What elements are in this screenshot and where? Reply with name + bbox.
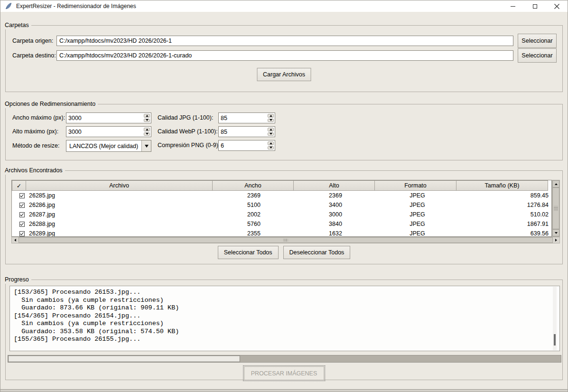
progress-log[interactable]: [153/365] Procesando 26153.jpg... Sin ca… bbox=[9, 286, 560, 351]
row-format: JPEG bbox=[376, 221, 458, 227]
origin-folder-label: Carpeta origen: bbox=[12, 36, 53, 46]
column-header-file[interactable]: Archivo bbox=[26, 180, 213, 191]
jpg-quality-input[interactable] bbox=[219, 113, 267, 123]
webp-quality-spinbox[interactable] bbox=[218, 126, 275, 137]
resize-method-value: LANCZOS (Mejor calidad) bbox=[66, 140, 141, 151]
row-format: JPEG bbox=[376, 192, 458, 199]
files-table-body: 26285.jpg 2369 2369 JPEG 859.45 26286.jp… bbox=[12, 191, 551, 237]
table-vertical-scrollbar[interactable] bbox=[552, 180, 560, 237]
row-check-cell bbox=[12, 212, 26, 217]
selection-buttons: Seleccionar Todos Deseleccionar Todos bbox=[6, 246, 562, 259]
row-size: 859.45 bbox=[458, 192, 550, 199]
jpg-quality-spinbox[interactable] bbox=[218, 112, 275, 123]
scroll-up-icon[interactable] bbox=[552, 180, 559, 187]
spin-up-icon[interactable] bbox=[144, 128, 150, 131]
log-line: Guardado: 353.58 KB (original: 574.50 KB… bbox=[14, 328, 556, 336]
column-header-size[interactable]: Tamaño (KB) bbox=[456, 180, 548, 191]
progress-section-title: Progreso bbox=[5, 276, 31, 284]
origin-folder-input[interactable] bbox=[56, 36, 513, 46]
app-feather-icon bbox=[5, 2, 12, 10]
select-all-button[interactable]: Seleccionar Todos bbox=[218, 246, 279, 259]
scroll-right-icon[interactable] bbox=[553, 237, 559, 243]
row-height: 3000 bbox=[295, 211, 376, 218]
max-width-input[interactable] bbox=[66, 113, 143, 123]
max-height-spin-buttons bbox=[143, 127, 151, 137]
spin-down-icon[interactable] bbox=[268, 119, 274, 122]
minimize-button[interactable] bbox=[502, 0, 524, 12]
resize-method-label: Método de resize: bbox=[12, 140, 59, 152]
png-compression-spinbox[interactable] bbox=[218, 140, 275, 151]
progress-bar-fill bbox=[8, 355, 240, 362]
max-height-spinbox[interactable] bbox=[66, 126, 151, 137]
row-check-cell bbox=[12, 222, 26, 227]
row-width: 2002 bbox=[213, 211, 295, 218]
files-table-main: ✓ Archivo Ancho Alto Formato Tamaño (KB)… bbox=[11, 180, 552, 237]
webp-quality-spin-buttons bbox=[267, 127, 275, 137]
max-height-label: Alto máximo (px): bbox=[12, 126, 58, 137]
log-line: Guardado: 873.66 KB (original: 909.11 KB… bbox=[14, 304, 556, 312]
checkbox-checked-icon[interactable] bbox=[19, 231, 25, 236]
webp-quality-input[interactable] bbox=[219, 127, 267, 137]
spin-up-icon[interactable] bbox=[268, 141, 274, 145]
column-header-height[interactable]: Alto bbox=[293, 180, 375, 191]
table-row[interactable]: 26289.jpg 2355 1632 JPEG 639.56 bbox=[12, 229, 551, 237]
spin-up-icon[interactable] bbox=[144, 114, 150, 118]
deselect-all-button[interactable]: Deseleccionar Todos bbox=[283, 246, 351, 259]
spin-down-icon[interactable] bbox=[268, 132, 274, 136]
row-size: 639.56 bbox=[458, 230, 550, 237]
checkbox-checked-icon[interactable] bbox=[19, 193, 25, 198]
png-compression-input[interactable] bbox=[219, 140, 267, 150]
spin-down-icon[interactable] bbox=[268, 146, 274, 150]
progress-bar bbox=[8, 355, 561, 363]
vertical-scroll-thumb[interactable] bbox=[552, 187, 559, 229]
spin-up-icon[interactable] bbox=[268, 114, 274, 118]
png-compression-spin-buttons bbox=[267, 140, 275, 150]
table-horizontal-scrollbar[interactable] bbox=[11, 237, 560, 243]
row-file-name: 26288.jpg bbox=[26, 221, 213, 227]
checkbox-checked-icon[interactable] bbox=[19, 203, 25, 208]
found-files-title: Archivos Encontrados bbox=[5, 167, 65, 175]
process-images-button[interactable]: PROCESAR IMÁGENES bbox=[244, 366, 325, 380]
resize-options-section: Opciones de Redimensionamiento Ancho máx… bbox=[5, 104, 563, 160]
row-size: 510.02 bbox=[458, 211, 550, 218]
folders-section-title: Carpetas bbox=[5, 21, 31, 29]
spin-down-icon[interactable] bbox=[144, 119, 150, 122]
log-line: [154/365] Procesando 26154.jpg... bbox=[14, 312, 556, 320]
max-height-input[interactable] bbox=[66, 127, 143, 137]
destination-folder-input[interactable] bbox=[56, 50, 513, 61]
column-header-check[interactable]: ✓ bbox=[12, 180, 26, 191]
png-compression-label: Compresión PNG (0-9): bbox=[158, 140, 220, 151]
window-title: ExpertResizer - Redimensionador de Imáge… bbox=[16, 3, 136, 9]
row-width: 2369 bbox=[213, 192, 295, 199]
table-row[interactable]: 26286.jpg 5100 3400 JPEG 1276.84 bbox=[12, 200, 551, 210]
row-check-cell bbox=[12, 193, 26, 198]
select-origin-button[interactable]: Seleccionar bbox=[518, 34, 557, 48]
scroll-left-icon[interactable] bbox=[12, 237, 19, 243]
files-table: ✓ Archivo Ancho Alto Formato Tamaño (KB)… bbox=[11, 180, 560, 243]
resize-method-combobox[interactable]: LANCZOS (Mejor calidad) bbox=[66, 140, 151, 152]
row-file-name: 26287.jpg bbox=[26, 211, 213, 218]
spin-up-icon[interactable] bbox=[268, 128, 274, 131]
row-size: 1276.84 bbox=[458, 202, 550, 208]
column-header-format[interactable]: Formato bbox=[374, 180, 456, 191]
select-destination-button[interactable]: Seleccionar bbox=[518, 48, 557, 63]
checkbox-checked-icon[interactable] bbox=[19, 212, 25, 217]
log-line: Sin cambios (ya cumple restricciones) bbox=[14, 320, 556, 328]
log-scroll-thumb[interactable] bbox=[554, 334, 556, 345]
max-width-spinbox[interactable] bbox=[66, 112, 151, 123]
table-row[interactable]: 26285.jpg 2369 2369 JPEG 859.45 bbox=[12, 191, 551, 200]
spin-down-icon[interactable] bbox=[144, 132, 150, 136]
found-files-section: Archivos Encontrados ✓ Archivo Ancho Alt… bbox=[5, 170, 563, 264]
table-row[interactable]: 26288.jpg 5760 3840 JPEG 1867.91 bbox=[12, 219, 551, 229]
log-scrollbar[interactable] bbox=[553, 287, 557, 350]
horizontal-scroll-thumb[interactable] bbox=[19, 237, 553, 243]
maximize-button[interactable] bbox=[524, 0, 546, 12]
column-header-width[interactable]: Ancho bbox=[212, 180, 294, 191]
checkbox-checked-icon[interactable] bbox=[19, 222, 25, 227]
table-row[interactable]: 26287.jpg 2002 3000 JPEG 510.02 bbox=[12, 210, 551, 219]
close-button[interactable] bbox=[546, 0, 568, 12]
scroll-down-icon[interactable] bbox=[552, 229, 559, 236]
log-line: [153/365] Procesando 26153.jpg... bbox=[14, 289, 556, 297]
combobox-dropdown-icon[interactable] bbox=[141, 140, 151, 151]
load-files-button[interactable]: Cargar Archivos bbox=[257, 68, 311, 81]
